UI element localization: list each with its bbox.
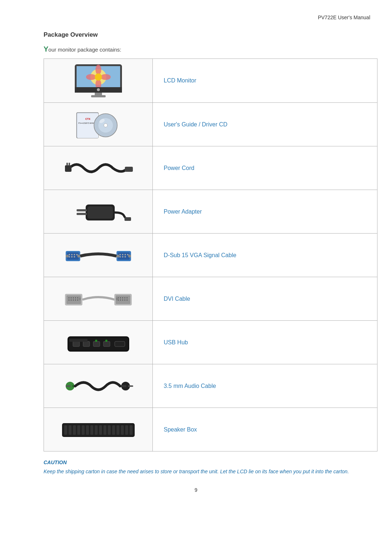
svg-rect-105: [99, 425, 102, 435]
svg-rect-98: [69, 425, 72, 435]
svg-point-62: [77, 299, 78, 300]
svg-point-48: [124, 256, 126, 258]
svg-text:CTX: CTX: [85, 118, 90, 120]
svg-point-44: [124, 254, 126, 255]
svg-rect-93: [66, 385, 71, 387]
svg-rect-27: [77, 213, 87, 215]
svg-point-35: [69, 256, 70, 258]
svg-point-34: [76, 254, 78, 255]
svg-point-32: [71, 254, 73, 255]
svg-rect-107: [108, 425, 111, 435]
svg-point-49: [117, 255, 119, 258]
svg-rect-92: [121, 385, 126, 387]
power-cord-icon: [62, 154, 135, 183]
svg-rect-111: [125, 425, 128, 435]
svg-point-68: [122, 297, 123, 298]
svg-point-43: [122, 254, 123, 255]
vga-cable-icon: [62, 241, 135, 270]
table-row: Power Cord: [44, 146, 377, 190]
package-table: LCD Monitor CTX PV•••USER'S MANUAL User'…: [44, 58, 377, 451]
item-label: User's Guide / Driver CD: [153, 103, 377, 146]
svg-point-60: [73, 299, 74, 300]
svg-point-50: [128, 255, 131, 258]
item-label: USB Hub: [153, 321, 377, 364]
lcd-monitor-icon: [69, 62, 127, 99]
speaker-box-icon: [58, 416, 138, 443]
svg-rect-63: [79, 297, 81, 300]
power-adapter-icon: [66, 195, 131, 228]
item-image-cell: [44, 277, 153, 321]
svg-point-54: [70, 297, 72, 298]
svg-point-56: [75, 297, 76, 298]
intro-y: Y: [44, 45, 48, 53]
svg-point-33: [74, 254, 75, 255]
dvi-cable-icon: [62, 284, 135, 313]
svg-rect-41: [118, 252, 130, 260]
svg-rect-100: [77, 425, 80, 435]
svg-point-18: [104, 123, 107, 127]
item-label: Speaker Box: [153, 408, 377, 451]
users-guide-icon: CTX PV•••USER'S MANUAL: [69, 107, 127, 142]
svg-point-42: [119, 254, 121, 255]
svg-rect-20: [65, 165, 72, 172]
item-image-cell: CTX PV•••USER'S MANUAL: [44, 103, 153, 146]
svg-point-72: [120, 299, 121, 300]
svg-rect-28: [124, 217, 131, 221]
svg-point-73: [122, 299, 123, 300]
table-row: D-Sub 15 VGA Signal Cable: [44, 234, 377, 277]
table-row: LCD Monitor: [44, 59, 377, 103]
svg-point-57: [77, 297, 78, 298]
svg-rect-79: [73, 341, 79, 347]
manual-title: PV722E User's Manual: [22, 15, 370, 20]
svg-rect-82: [103, 341, 110, 347]
svg-point-74: [124, 299, 125, 300]
svg-rect-112: [130, 425, 132, 435]
svg-rect-21: [66, 163, 68, 166]
section-title: Package Overview: [44, 31, 370, 39]
table-row: Speaker Box: [44, 408, 377, 451]
item-image-cell: [44, 59, 153, 103]
svg-rect-80: [83, 341, 90, 347]
item-image-cell: [44, 146, 153, 190]
svg-point-7: [86, 74, 96, 80]
caution-title: CAUTION: [44, 459, 370, 465]
svg-rect-25: [87, 206, 113, 219]
table-row: 3.5 mm Audio Cable: [44, 364, 377, 408]
intro-body: our monitor package contains:: [48, 46, 121, 53]
svg-point-37: [74, 256, 75, 258]
item-label: Power Cord: [153, 146, 377, 190]
svg-point-59: [70, 299, 72, 300]
svg-rect-87: [115, 341, 125, 347]
item-label: Power Adapter: [153, 190, 377, 234]
svg-rect-104: [95, 425, 98, 435]
svg-point-39: [77, 255, 80, 258]
svg-rect-88: [69, 339, 87, 342]
svg-point-55: [73, 297, 74, 298]
item-label: DVI Cable: [153, 277, 377, 321]
svg-point-5: [95, 65, 101, 75]
svg-point-31: [69, 254, 70, 255]
item-image-cell: [44, 321, 153, 364]
svg-rect-103: [90, 425, 93, 435]
svg-rect-106: [103, 425, 106, 435]
svg-rect-99: [73, 425, 76, 435]
svg-rect-30: [67, 252, 79, 260]
audio-cable-icon: [62, 372, 135, 401]
svg-rect-109: [117, 425, 119, 435]
table-row: Power Adapter: [44, 190, 377, 234]
svg-point-47: [122, 256, 123, 258]
svg-rect-1: [91, 95, 106, 97]
svg-point-85: [95, 340, 97, 342]
intro-text: Your monitor package contains:: [44, 45, 370, 53]
caution-text: Keep the shipping carton in case the nee…: [44, 467, 356, 476]
item-label: LCD Monitor: [153, 59, 377, 103]
caution-section: CAUTION Keep the shipping carton in case…: [44, 459, 370, 476]
svg-point-58: [68, 299, 69, 300]
svg-rect-110: [121, 425, 124, 435]
svg-point-9: [95, 73, 102, 81]
item-label: 3.5 mm Audio Cable: [153, 364, 377, 408]
table-row: DVI Cable: [44, 277, 377, 321]
page-number: 9: [22, 487, 370, 493]
usb-hub-icon: [62, 326, 135, 359]
header: PV722E User's Manual: [22, 15, 370, 20]
